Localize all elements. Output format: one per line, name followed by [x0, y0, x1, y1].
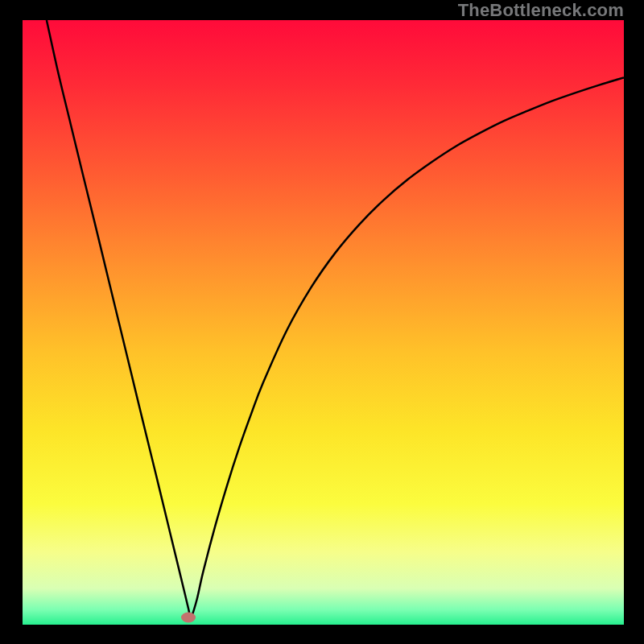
gradient-background [23, 20, 624, 625]
chart-frame: TheBottleneck.com [0, 0, 644, 644]
watermark-text: TheBottleneck.com [458, 0, 624, 21]
minimum-marker [181, 612, 196, 622]
plot-area [23, 20, 624, 625]
plot-svg [23, 20, 624, 625]
